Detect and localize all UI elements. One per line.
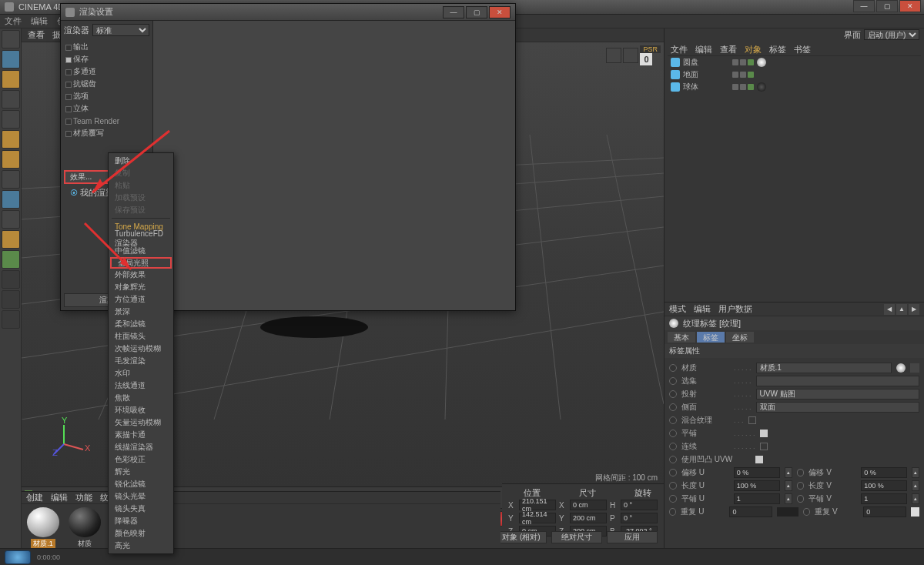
material-item[interactable]: 材质.1 xyxy=(25,507,62,549)
tab-tag[interactable]: 标签 xyxy=(697,332,725,343)
dialog-minimize-button[interactable]: — xyxy=(443,6,464,18)
dialog-close-button[interactable]: ✕ xyxy=(489,6,511,18)
stepper-icon[interactable]: ▴ xyxy=(912,467,919,478)
om-edit[interactable]: 编辑 xyxy=(695,44,712,55)
context-menu-item[interactable]: 线描渲染器 xyxy=(109,441,173,453)
nav-up-icon[interactable]: ▲ xyxy=(896,304,907,315)
context-menu-item[interactable]: 水印 xyxy=(109,367,173,379)
offsetv-input[interactable]: 0 % xyxy=(861,467,907,478)
context-menu-item[interactable]: 高光 xyxy=(109,540,173,552)
selection-field[interactable] xyxy=(756,376,919,386)
live-select-icon[interactable] xyxy=(2,50,20,69)
object-row[interactable]: 圆盘 xyxy=(668,56,921,69)
om-file[interactable]: 文件 xyxy=(671,44,688,55)
tileu-input[interactable]: 1 xyxy=(734,493,780,504)
arrow-icon[interactable] xyxy=(910,363,919,373)
snap-icon[interactable] xyxy=(2,290,20,309)
om-tags[interactable]: 标签 xyxy=(769,44,786,55)
usebump-checkbox[interactable] xyxy=(755,456,763,463)
repeatu-input[interactable]: 0 xyxy=(729,506,772,517)
axis-icon[interactable] xyxy=(2,270,20,289)
context-menu-item[interactable]: 素描卡通 xyxy=(109,429,173,441)
render-option-item[interactable]: 保存 xyxy=(73,53,149,65)
context-menu-item[interactable]: 辉光 xyxy=(109,466,173,478)
render-option-item[interactable]: 抗锯齿 xyxy=(73,78,149,90)
stepper-icon[interactable]: ▴ xyxy=(912,480,919,491)
tilev-input[interactable]: 1 xyxy=(861,493,907,504)
render-option-item[interactable]: 输出 xyxy=(73,41,149,53)
stepper-icon[interactable]: ▴ xyxy=(785,480,792,491)
abs-size-button[interactable]: 绝对尺寸 xyxy=(551,531,602,543)
layout-dropdown[interactable]: 启动 (用户) xyxy=(864,29,919,40)
tab-coord[interactable]: 坐标 xyxy=(726,332,754,343)
line-tool-icon[interactable] xyxy=(2,170,20,189)
context-menu-item[interactable]: 环境吸收 xyxy=(109,404,173,416)
object-rel-button[interactable]: 对象 (相对) xyxy=(496,531,547,543)
nav-fwd-icon[interactable]: ▶ xyxy=(909,304,919,315)
context-menu-item[interactable]: 色彩校正 xyxy=(109,453,173,466)
material-field[interactable]: 材质.1 xyxy=(756,363,892,373)
apply-button[interactable]: 应用 xyxy=(607,531,658,543)
tile-checkbox[interactable] xyxy=(760,430,768,437)
vp-view[interactable]: 查看 xyxy=(28,29,45,41)
mixtex-checkbox[interactable] xyxy=(748,416,756,424)
rot-p[interactable]: 0 ° xyxy=(621,513,658,523)
rot-h[interactable]: 0 ° xyxy=(621,500,658,510)
context-menu-item[interactable]: 矢量运动模糊 xyxy=(109,416,173,429)
hud-icon[interactable] xyxy=(606,48,621,63)
move-tool-icon[interactable] xyxy=(2,190,20,209)
render-option-item[interactable]: 选项 xyxy=(73,90,149,102)
stepper-icon[interactable]: ▴ xyxy=(912,493,919,504)
cube-icon[interactable] xyxy=(2,70,20,89)
menu-edit[interactable]: 编辑 xyxy=(31,15,48,27)
dialog-maximize-button[interactable]: ▢ xyxy=(466,6,487,18)
nav-back-icon[interactable]: ◀ xyxy=(884,304,895,315)
mat-menu-edit[interactable]: 编辑 xyxy=(51,492,68,503)
renderer-dropdown[interactable]: 标准 xyxy=(92,24,149,36)
attr-mode[interactable]: 模式 xyxy=(669,303,686,315)
context-menu-item[interactable]: 法线通道 xyxy=(109,379,173,392)
om-bookmarks[interactable]: 书签 xyxy=(794,44,811,55)
attr-edit[interactable]: 编辑 xyxy=(694,303,711,315)
dialog-titlebar[interactable]: 渲染设置 — ▢ ✕ xyxy=(61,4,515,21)
offsetu-input[interactable]: 0 % xyxy=(734,467,780,478)
render-option-item[interactable]: 立体 xyxy=(73,102,149,115)
mat-menu-func[interactable]: 功能 xyxy=(75,492,92,503)
pos-x[interactable]: 210.151 cm xyxy=(519,500,556,510)
bezier-icon[interactable] xyxy=(2,110,20,129)
minimize-button[interactable]: — xyxy=(853,0,875,12)
pos-y[interactable]: 142.514 cm xyxy=(519,513,556,523)
context-menu-item[interactable]: 柔和滤镜 xyxy=(109,318,173,330)
object-row[interactable]: 球体 xyxy=(668,81,921,93)
lengthu-input[interactable]: 100 % xyxy=(734,480,780,491)
context-menu-item[interactable]: 镜头失真 xyxy=(109,503,173,515)
close-button[interactable]: ✕ xyxy=(899,0,921,12)
mat-menu-create[interactable]: 创建 xyxy=(26,492,43,503)
uv-icon[interactable] xyxy=(2,250,20,269)
size-x[interactable]: 0 cm xyxy=(570,500,607,510)
stepper-icon[interactable]: ▴ xyxy=(785,467,792,478)
om-object[interactable]: 对象 xyxy=(745,44,762,55)
checker-icon[interactable] xyxy=(2,90,20,109)
scale-tool-icon[interactable] xyxy=(2,210,20,229)
undo-tool-icon[interactable] xyxy=(2,30,20,48)
attr-userdata[interactable]: 用户数据 xyxy=(718,303,752,315)
context-menu-item[interactable]: 颜色映射 xyxy=(109,527,173,540)
context-menu-item[interactable]: 方位通道 xyxy=(109,293,173,306)
projection-dropdown[interactable]: UVW 贴图 xyxy=(756,389,919,400)
material-preview-icon[interactable] xyxy=(896,363,906,373)
om-view[interactable]: 查看 xyxy=(720,44,737,55)
render-option-item[interactable]: 多通道 xyxy=(73,65,149,78)
context-menu-item[interactable]: 景深 xyxy=(109,306,173,318)
texture-tag-icon[interactable] xyxy=(757,82,766,92)
object-row[interactable]: 地面 xyxy=(668,69,921,81)
rotate-tool-icon[interactable] xyxy=(2,230,20,249)
seamless-checkbox[interactable] xyxy=(760,443,768,450)
render-icon[interactable] xyxy=(623,48,638,63)
context-menu-item[interactable]: 焦散 xyxy=(109,392,173,404)
lengthv-input[interactable]: 100 % xyxy=(861,480,907,491)
workplane-icon[interactable] xyxy=(2,310,20,329)
context-menu-item[interactable]: 次帧运动模糊 xyxy=(109,343,173,355)
menu-file[interactable]: 文件 xyxy=(5,15,22,27)
context-menu-item[interactable]: 毛发渲染 xyxy=(109,355,173,367)
